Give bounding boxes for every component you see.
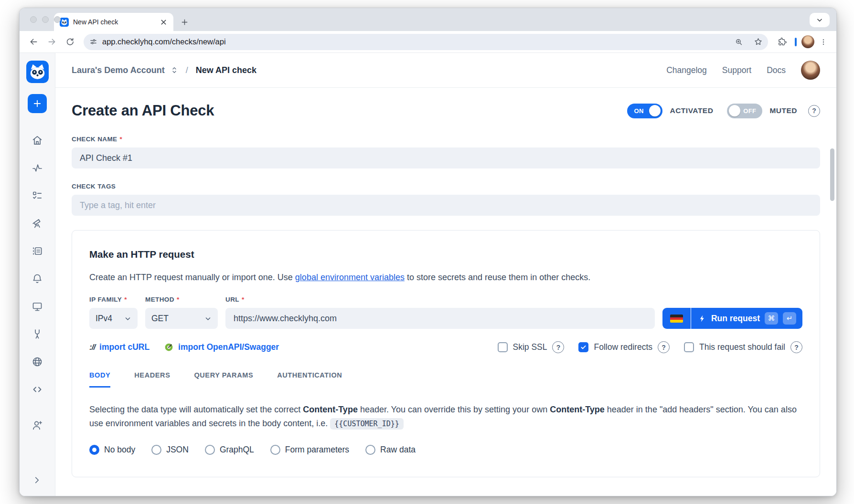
- check-name-label: CHECK NAME*: [72, 136, 820, 143]
- raw-data-radio[interactable]: [365, 445, 375, 455]
- body-type-no-body[interactable]: No body: [89, 445, 135, 455]
- sidebar-item-invite-user[interactable]: [32, 420, 43, 431]
- method-select[interactable]: GET: [145, 308, 218, 329]
- germany-flag-icon: [670, 315, 683, 323]
- chevron-down-icon: [204, 315, 212, 322]
- import-curl-link[interactable]: :// import cURL: [89, 342, 149, 352]
- scrollbar-thumb[interactable]: [830, 148, 834, 201]
- sidebar-item-checks[interactable]: [32, 190, 43, 201]
- request-tabs: BODY HEADERS QUERY PARAMS AUTHENTICATION: [89, 371, 802, 388]
- run-location-button[interactable]: [662, 308, 691, 329]
- url-label: URL*: [225, 296, 655, 303]
- tab-search-button[interactable]: [810, 13, 830, 27]
- sidebar-item-home[interactable]: [32, 135, 43, 146]
- check-icon: [580, 344, 587, 350]
- card-description: Create an HTTP request manually or impor…: [89, 273, 802, 283]
- browser-toolbar: app.checklyhq.com/checks/new/api: [20, 31, 836, 53]
- minimize-window-button[interactable]: [42, 16, 49, 23]
- import-openapi-link[interactable]: import OpenAPI/Swagger: [164, 342, 279, 352]
- url-bar[interactable]: app.checklyhq.com/checks/new/api: [84, 34, 768, 50]
- browser-profile-avatar[interactable]: [801, 35, 814, 48]
- tab-query-params[interactable]: QUERY PARAMS: [194, 371, 253, 388]
- sidebar-item-alerts[interactable]: [32, 273, 43, 284]
- docs-link[interactable]: Docs: [767, 65, 786, 75]
- tab-body[interactable]: BODY: [89, 371, 110, 388]
- tab-headers[interactable]: HEADERS: [134, 371, 170, 388]
- user-avatar[interactable]: [801, 61, 820, 80]
- no-body-radio[interactable]: [89, 445, 99, 455]
- skip-ssl-option: Skip SSL ?: [498, 341, 565, 353]
- check-name-input[interactable]: [72, 147, 820, 168]
- run-request-button[interactable]: Run request ⌘ ↵: [691, 308, 802, 329]
- sidebar: [20, 53, 55, 496]
- muted-label: MUTED: [769, 106, 797, 115]
- new-tab-button[interactable]: [177, 15, 192, 29]
- browser-tab[interactable]: New API check: [54, 13, 173, 31]
- json-radio[interactable]: [151, 445, 161, 455]
- form-parameters-radio[interactable]: [270, 445, 280, 455]
- cmd-key-icon: ⌘: [765, 312, 778, 325]
- body-type-graphql[interactable]: GraphQL: [205, 445, 254, 455]
- close-tab-icon[interactable]: [159, 18, 168, 26]
- support-link[interactable]: Support: [722, 65, 751, 75]
- follow-redirects-option: Follow redirects ?: [578, 341, 670, 353]
- run-request-group: Run request ⌘ ↵: [662, 308, 802, 329]
- request-url-input[interactable]: [225, 308, 655, 329]
- activated-toggle[interactable]: ON: [627, 104, 662, 118]
- bookmark-star-icon[interactable]: [751, 35, 765, 49]
- site-settings-icon[interactable]: [89, 38, 97, 46]
- enter-key-icon: ↵: [783, 312, 796, 325]
- activated-label: ACTIVATED: [670, 106, 713, 115]
- window-controls[interactable]: [30, 16, 61, 23]
- sidebar-item-snippets[interactable]: [32, 384, 43, 395]
- zoom-page-icon[interactable]: [732, 35, 746, 49]
- extensions-icon[interactable]: [774, 34, 790, 50]
- graphql-radio[interactable]: [205, 445, 215, 455]
- url-text[interactable]: app.checklyhq.com/checks/new/api: [102, 37, 727, 46]
- request-should-fail-help-icon[interactable]: ?: [790, 341, 802, 353]
- expand-sidebar-icon[interactable]: [32, 475, 43, 486]
- request-should-fail-checkbox[interactable]: [684, 342, 694, 352]
- forward-icon[interactable]: [43, 34, 60, 50]
- close-window-button[interactable]: [30, 16, 37, 23]
- check-tags-input[interactable]: [72, 195, 820, 216]
- reload-icon[interactable]: [62, 34, 78, 50]
- account-switcher-icon[interactable]: [171, 66, 178, 74]
- maximize-window-button[interactable]: [54, 16, 61, 23]
- openapi-icon: [164, 342, 174, 352]
- changelog-link[interactable]: Changelog: [666, 65, 707, 75]
- sidebar-item-explore[interactable]: [32, 218, 43, 229]
- follow-redirects-help-icon[interactable]: ?: [658, 341, 670, 353]
- ip-family-select[interactable]: IPv4: [89, 308, 138, 329]
- sidebar-item-dashboards[interactable]: [32, 245, 43, 257]
- browser-menu-icon[interactable]: [816, 35, 831, 49]
- checkly-favicon-icon: [60, 18, 69, 27]
- breadcrumb-current: New API check: [196, 65, 256, 75]
- skip-ssl-help-icon[interactable]: ?: [552, 341, 564, 353]
- customer-id-code: {{CUSTOMER_ID}}: [330, 418, 403, 430]
- sidebar-item-private-locations[interactable]: [32, 356, 43, 368]
- follow-redirects-checkbox[interactable]: [578, 342, 588, 352]
- checkly-logo[interactable]: [26, 61, 49, 83]
- app-header: Laura's Demo Account / New API check Cha…: [55, 53, 836, 88]
- body-type-options: No body JSON GraphQL Form parameter: [89, 445, 802, 455]
- sidebar-item-activity[interactable]: [32, 162, 43, 174]
- sidebar-item-status-pages[interactable]: [32, 301, 43, 312]
- tab-authentication[interactable]: AUTHENTICATION: [277, 371, 342, 388]
- method-label: METHOD*: [145, 296, 218, 303]
- skip-ssl-checkbox[interactable]: [498, 342, 508, 352]
- body-type-form-parameters[interactable]: Form parameters: [270, 445, 349, 455]
- check-state-toggles: ON ACTIVATED OFF MUTED ?: [627, 104, 820, 118]
- toggles-help-icon[interactable]: ?: [808, 105, 820, 117]
- create-check-button[interactable]: [28, 94, 47, 113]
- body-type-raw-data[interactable]: Raw data: [365, 445, 416, 455]
- page-title: Create an API Check: [72, 102, 214, 119]
- body-type-json[interactable]: JSON: [151, 445, 189, 455]
- curl-icon: ://: [89, 343, 95, 352]
- muted-toggle[interactable]: OFF: [727, 104, 762, 118]
- back-icon[interactable]: [25, 34, 42, 50]
- sidebar-item-maintenance[interactable]: [32, 328, 43, 340]
- account-name[interactable]: Laura's Demo Account: [72, 65, 165, 75]
- body-type-note: Selecting the data type will automatical…: [89, 403, 802, 430]
- global-env-vars-link[interactable]: global environment variables: [295, 273, 405, 282]
